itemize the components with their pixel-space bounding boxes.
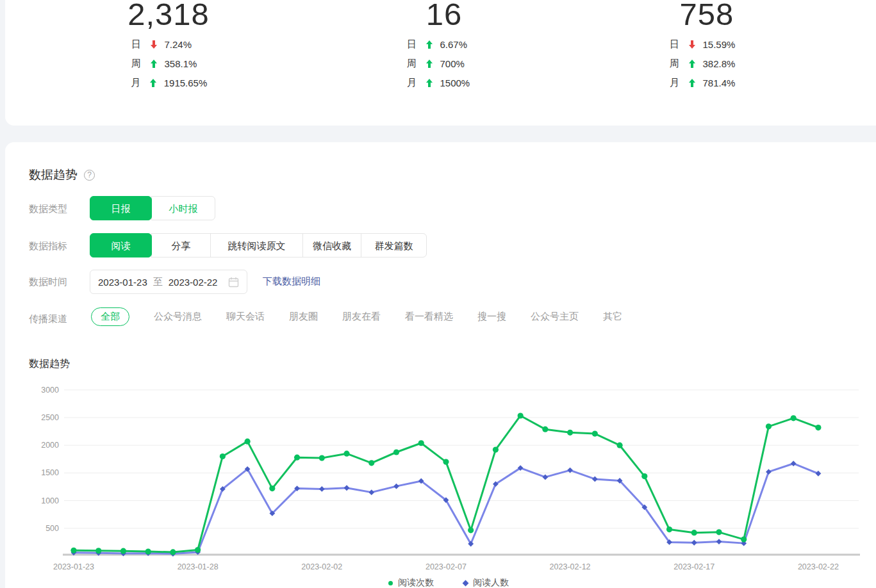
svg-text:1000: 1000 <box>41 496 59 505</box>
summary-panel: 2,318 日 7.24% 周 358.1% 月 1915.65% 16 日 <box>5 0 876 126</box>
date-start: 2023-01-23 <box>98 277 147 288</box>
legend-diamond-icon <box>463 580 469 586</box>
trend-up-icon <box>151 60 158 68</box>
channel-top-picks[interactable]: 看一看精选 <box>405 311 453 323</box>
stat-row-day: 日 7.24% <box>31 35 306 54</box>
legend-circle-icon <box>388 581 393 585</box>
tab-daily[interactable]: 日报 <box>90 196 152 220</box>
tab-metric-read[interactable]: 阅读 <box>90 233 152 257</box>
stat-card-share: 16 日 6.67% 周 700% 月 1500% <box>306 0 582 92</box>
svg-text:2023-02-22: 2023-02-22 <box>798 562 839 571</box>
trend-chart: 500100015002000250030002023-01-232023-01… <box>26 382 872 588</box>
svg-text:2023-02-02: 2023-02-02 <box>301 562 342 571</box>
stat-rows: 日 15.59% 周 382.8% 月 781.4% <box>569 35 845 92</box>
svg-text:500: 500 <box>45 524 59 533</box>
help-icon[interactable]: ? <box>84 170 95 181</box>
filter-label-channel: 传播渠道 <box>29 313 67 325</box>
percent-value: 15.59% <box>703 39 745 50</box>
stat-row-week: 周 700% <box>306 54 582 73</box>
period-label: 日 <box>131 38 142 51</box>
percent-value: 781.4% <box>703 78 745 88</box>
tab-metric-original-link[interactable]: 跳转阅读原文 <box>210 233 303 257</box>
stat-value: 2,318 <box>31 0 306 28</box>
svg-text:3000: 3000 <box>41 386 59 395</box>
filter-label-metric: 数据指标 <box>29 240 67 252</box>
svg-text:1500: 1500 <box>41 468 59 477</box>
date-range-input[interactable]: 2023-01-23 至 2023-02-22 <box>90 270 247 294</box>
stat-row-week: 周 358.1% <box>31 54 306 73</box>
stat-rows: 日 7.24% 周 358.1% 月 1915.65% <box>31 35 306 92</box>
period-label: 月 <box>130 77 142 89</box>
channel-all[interactable]: 全部 <box>91 307 129 326</box>
filter-label-time: 数据时间 <box>29 276 67 288</box>
channel-search[interactable]: 搜一搜 <box>477 311 506 323</box>
stat-row-month: 月 781.4% <box>569 73 845 92</box>
percent-value: 700% <box>440 58 483 69</box>
trend-up-icon <box>426 60 433 68</box>
date-end: 2023-02-22 <box>169 277 218 288</box>
channel-moments[interactable]: 朋友圈 <box>289 311 318 323</box>
trend-down-icon <box>151 40 158 49</box>
trend-up-icon <box>689 60 696 68</box>
trend-up-icon <box>426 79 433 87</box>
filter-label-type: 数据类型 <box>29 203 67 215</box>
period-label: 日 <box>406 38 418 51</box>
period-label: 月 <box>669 77 681 89</box>
svg-text:2500: 2500 <box>41 413 59 422</box>
legend-item-read-count[interactable]: 阅读次数 <box>388 577 434 588</box>
percent-value: 7.24% <box>165 39 207 50</box>
legend-label: 阅读人数 <box>473 577 509 588</box>
trend-up-icon <box>150 79 157 87</box>
stat-card-readers: 758 日 15.59% 周 382.8% 月 781.4% <box>569 0 845 92</box>
legend-label: 阅读次数 <box>398 577 434 588</box>
section-title: 数据趋势 ? <box>29 167 95 183</box>
channel-other[interactable]: 其它 <box>603 311 622 323</box>
period-label: 周 <box>131 58 142 70</box>
channel-official-message[interactable]: 公众号消息 <box>154 311 202 323</box>
tab-hourly[interactable]: 小时报 <box>151 196 215 220</box>
stat-value: 758 <box>569 0 845 28</box>
trend-down-icon <box>689 40 696 49</box>
period-label: 日 <box>669 38 681 51</box>
period-label: 月 <box>406 77 418 89</box>
svg-text:2023-01-28: 2023-01-28 <box>178 562 219 571</box>
download-data-link[interactable]: 下载数据明细 <box>263 275 320 288</box>
channel-chat-session[interactable]: 聊天会话 <box>226 311 265 323</box>
calendar-icon[interactable] <box>228 277 239 288</box>
period-label: 周 <box>669 58 681 70</box>
channel-profile-page[interactable]: 公众号主页 <box>531 311 579 323</box>
stat-row-day: 日 15.59% <box>569 35 845 54</box>
svg-text:2023-02-07: 2023-02-07 <box>426 562 467 571</box>
percent-value: 382.8% <box>703 58 745 69</box>
stat-rows: 日 6.67% 周 700% 月 1500% <box>306 35 582 92</box>
svg-text:2023-01-23: 2023-01-23 <box>53 562 94 571</box>
tab-metric-share[interactable]: 分享 <box>151 233 211 257</box>
chart-legend: 阅读次数 阅读人数 <box>26 577 872 588</box>
legend-item-reader-count[interactable]: 阅读人数 <box>463 577 509 588</box>
period-label: 周 <box>406 58 418 70</box>
stat-row-month: 月 1915.65% <box>31 73 306 92</box>
metric-tabs: 阅读 分享 跳转阅读原文 微信收藏 群发篇数 <box>90 233 427 257</box>
percent-value: 6.67% <box>440 39 483 50</box>
stat-card-read: 2,318 日 7.24% 周 358.1% 月 1915.65% <box>31 0 306 92</box>
tab-metric-broadcast-count[interactable]: 群发篇数 <box>361 233 427 257</box>
svg-text:2023-02-17: 2023-02-17 <box>674 562 715 571</box>
channel-filter: 全部 公众号消息 聊天会话 朋友圈 朋友在看 看一看精选 搜一搜 公众号主页 其… <box>91 307 622 326</box>
percent-value: 1500% <box>440 78 483 88</box>
data-type-tabs: 日报 小时报 <box>90 196 215 220</box>
percent-value: 1915.65% <box>164 78 208 88</box>
trend-up-icon <box>426 40 433 49</box>
stat-row-day: 日 6.67% <box>306 35 582 54</box>
svg-text:2023-02-12: 2023-02-12 <box>550 562 591 571</box>
tab-metric-favorite[interactable]: 微信收藏 <box>302 233 361 257</box>
chart-title: 数据趋势 <box>29 357 70 371</box>
section-title-text: 数据趋势 <box>29 167 78 183</box>
date-separator: 至 <box>153 276 163 288</box>
channel-friends-watching[interactable]: 朋友在看 <box>342 311 381 323</box>
percent-value: 358.1% <box>165 58 207 69</box>
stat-value: 16 <box>306 0 582 28</box>
trend-up-icon <box>689 79 696 87</box>
stat-row-week: 周 382.8% <box>569 54 845 73</box>
svg-text:2000: 2000 <box>41 441 59 450</box>
stat-row-month: 月 1500% <box>306 73 582 92</box>
